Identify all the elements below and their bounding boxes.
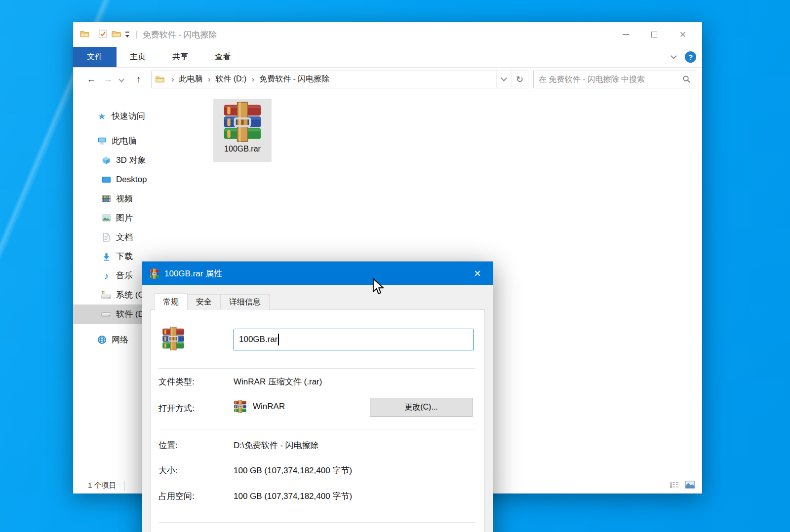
search-box [533,71,696,88]
sidebar-item-documents[interactable]: 文档 [73,228,207,247]
open-with-label: 打开方式: [158,403,195,414]
folder-icon [156,76,164,83]
sidebar-item-label: 下载 [116,251,133,262]
sidebar-item-label: 网络 [112,334,128,345]
maximize-icon [651,32,657,38]
breadcrumb-this-pc[interactable]: 此电脑 [177,74,205,84]
crumb-chevron-icon[interactable]: › [205,75,214,84]
collapse-ribbon-icon[interactable] [671,53,677,59]
size-on-disk-label: 占用空间: [158,491,195,502]
network-icon [97,335,107,344]
search-input[interactable] [534,75,677,84]
sidebar-item-3d-objects[interactable]: 3D 对象 [73,151,207,170]
system-drive-icon [101,291,111,300]
general-tab-panel: 100GB.rar 文件类型: WinRAR 压缩文件 (.rar) 打开方式:… [150,309,485,532]
tab-details[interactable]: 详细信息 [220,294,270,310]
quick-access-toolbar [80,30,129,40]
dialog-title-bar: 100GB.rar 属性 × [142,262,493,285]
tab-general[interactable]: 常规 [154,293,188,310]
separator [124,481,125,491]
tab-security[interactable]: 安全 [187,294,221,310]
location-value: D:\免费软件 - 闪电擦除 [234,440,319,451]
winrar-archive-icon [222,102,263,142]
close-icon: × [680,29,686,40]
thumbnail-view-button[interactable] [685,481,695,490]
separator [158,522,475,523]
breadcrumb-drive-d[interactable]: 软件 (D:) [213,74,248,84]
data-drive-icon [101,310,111,318]
tab-share[interactable]: 共享 [159,47,201,67]
properties-check-icon[interactable] [99,30,107,40]
new-folder-icon[interactable] [112,30,121,39]
sidebar-item-label: Desktop [116,175,147,185]
mouse-cursor [371,278,385,296]
sidebar-item-label: 音乐 [116,270,133,281]
file-type-value: WinRAR 压缩文件 (.rar) [234,376,322,387]
tab-file[interactable]: 文件 [73,47,117,67]
size-on-disk-value: 100 GB (107,374,182,400 字节) [234,491,352,502]
sidebar-item-pictures[interactable]: 图片 [73,208,207,228]
dialog-title: 100GB.rar 属性 [164,268,222,279]
address-dropdown-icon[interactable] [496,71,511,88]
separator [158,429,475,429]
sidebar-item-label: 视频 [116,193,133,204]
tab-view[interactable]: 查看 [201,47,244,67]
separator: | [135,30,137,39]
dialog-close-button[interactable]: × [469,267,486,279]
text-caret [278,334,279,345]
address-bar[interactable]: › 此电脑 › 软件 (D:) › 免费软件 - 闪电擦除 ↻ [151,71,528,88]
window-title: | 免费软件 - 闪电擦除 [135,29,217,40]
ribbon-tabs: 文件 主页 共享 查看 ? [73,47,702,68]
customize-qat-dropdown-icon[interactable] [125,32,129,38]
file-type-label: 文件类型: [158,376,195,387]
winrar-icon [149,268,159,279]
sidebar-item-label: 图片 [116,212,133,224]
sidebar-item-videos[interactable]: 视频 [73,189,207,208]
winrar-file-icon [161,327,185,350]
minimize-icon [623,34,629,35]
navigation-toolbar: ← → ↑ › 此电脑 › 软件 (D:) › 免费软件 - 闪电擦除 ↻ [73,68,702,91]
3d-objects-icon [101,156,111,165]
folder-icon[interactable] [80,30,89,39]
dialog-tabs: 常规 安全 详细信息 [154,293,485,310]
quick-access-star-icon: ★ [97,112,107,121]
breadcrumb-current-folder[interactable]: 免费软件 - 闪电擦除 [257,74,331,84]
separator [94,30,94,39]
open-with-value: WinRAR [234,400,285,413]
minimize-button[interactable] [611,25,640,44]
videos-icon [101,195,111,202]
details-view-button[interactable] [670,481,679,490]
back-button[interactable]: ← [83,74,100,85]
winrar-app-icon [234,400,247,413]
crumb-chevron-icon[interactable]: › [168,75,177,84]
recent-locations-icon[interactable] [118,76,124,82]
forward-button[interactable]: → [100,74,117,85]
sidebar-item-this-pc[interactable]: 此电脑 [73,131,207,151]
sidebar-item-quick-access[interactable]: ★ 快速访问 [73,107,207,126]
up-button[interactable]: ↑ [130,74,147,85]
tab-home[interactable]: 主页 [117,47,159,67]
refresh-button[interactable]: ↻ [511,71,528,88]
item-count: 1 个项目 [88,481,117,490]
change-button[interactable]: 更改(C)... [370,398,473,417]
filename-input[interactable]: 100GB.rar [234,329,474,350]
search-icon[interactable] [677,75,696,83]
help-icon[interactable]: ? [685,51,696,63]
size-value: 100 GB (107,374,182,400 字节) [234,465,352,476]
file-item-100gb-rar[interactable]: 100GB.rar [213,99,272,162]
sidebar-item-label: 文档 [116,231,133,243]
this-pc-icon [97,136,107,146]
size-label: 大小: [158,465,178,476]
crumb-chevron-icon[interactable]: › [248,75,257,84]
pictures-icon [101,214,111,222]
maximize-button[interactable] [640,25,669,44]
sidebar-item-label: 快速访问 [112,111,145,122]
close-button[interactable]: × [669,25,697,44]
documents-icon [101,233,111,242]
location-label: 位置: [158,440,178,451]
sidebar-item-desktop[interactable]: Desktop [73,170,207,189]
music-icon: ♪ [101,271,111,281]
desktop-icon [101,176,111,184]
downloads-icon [101,252,111,261]
filename-text: 100GB.rar [239,335,277,344]
